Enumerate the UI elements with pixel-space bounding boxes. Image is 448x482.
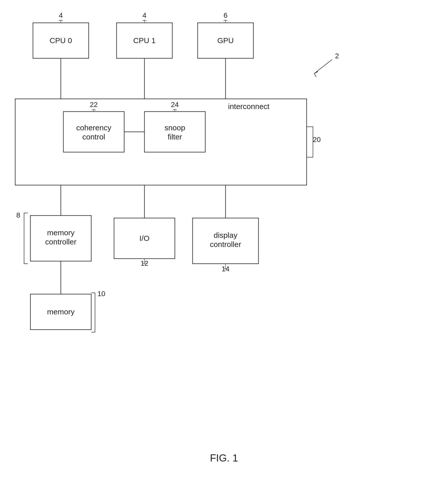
snoop-ref: 24 [171, 101, 179, 109]
gpu-label: GPU [217, 36, 234, 45]
figure-caption: FIG. 1 [210, 452, 238, 463]
snoop-label-2: filter [168, 133, 182, 141]
gpu-ref: 6 [223, 11, 228, 19]
ref-2: 2 [335, 52, 339, 60]
mc-label-2: controller [45, 238, 76, 246]
io-label: I/O [139, 234, 150, 242]
dc-label-1: display [214, 231, 237, 239]
cpu1-label: CPU 1 [133, 36, 156, 45]
snoop-box [144, 112, 205, 152]
cpu0-ref: 4 [59, 11, 63, 19]
svg-line-0 [314, 60, 332, 74]
diagram-container: 2 CPU 0 4 CPU 1 4 GPU 6 interconnect [0, 0, 448, 482]
mc-label-1: memory [47, 228, 74, 237]
coherency-label-2: control [82, 133, 105, 141]
cpu0-label: CPU 0 [50, 36, 72, 45]
cpu1-ref: 4 [142, 11, 146, 19]
interconnect-label: interconnect [228, 102, 270, 111]
mc-ref: 8 [16, 211, 20, 219]
snoop-label-1: snoop [164, 123, 185, 132]
coherency-label-1: coherency [76, 123, 111, 132]
memory-ref: 10 [97, 290, 105, 298]
interconnect-ref: 20 [313, 136, 321, 144]
memory-label: memory [47, 308, 74, 316]
svg-line-2 [314, 74, 316, 77]
coherency-box [63, 112, 124, 152]
dc-label-2: controller [210, 240, 241, 248]
coherency-ref: 22 [90, 101, 98, 109]
